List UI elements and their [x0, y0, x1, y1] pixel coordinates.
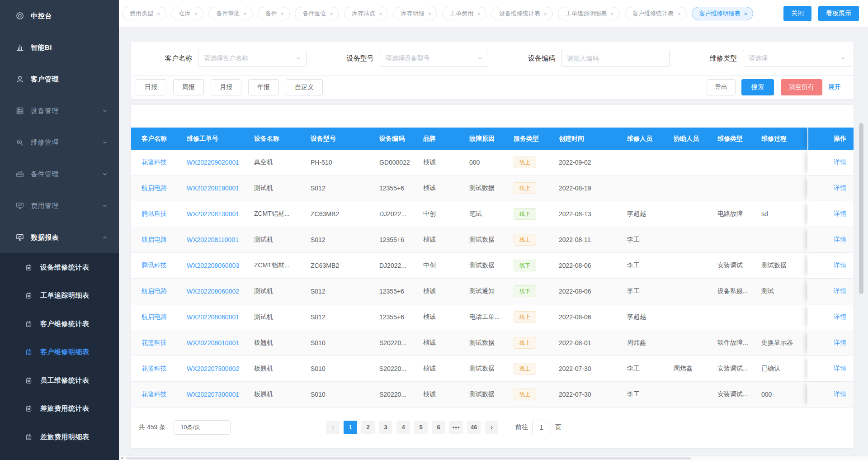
- customer-link[interactable]: 腾讯科技: [142, 210, 167, 218]
- horizontal-scrollbar-thumb[interactable]: [126, 457, 691, 460]
- tab-备件返仓[interactable]: 备件返仓×: [295, 7, 339, 20]
- customer-link[interactable]: 花篮科技: [142, 365, 167, 373]
- sidebar-item-中控台[interactable]: 中控台: [0, 0, 119, 32]
- sidebar-subitem-员工维修统计表[interactable]: 员工维修统计表: [0, 366, 119, 395]
- sidebar-subitem-差旅费用统计表[interactable]: 差旅费用统计表: [0, 395, 119, 423]
- close-tab-icon[interactable]: ×: [194, 10, 198, 17]
- next-page-button[interactable]: [485, 421, 498, 434]
- close-tab-icon[interactable]: ×: [677, 10, 681, 17]
- order-link[interactable]: WX202208060001: [187, 313, 239, 321]
- filter-select-维修类型[interactable]: 请选择: [743, 50, 851, 67]
- tab-备件[interactable]: 备件×: [258, 7, 290, 20]
- page-size-select[interactable]: 10条/页: [174, 420, 231, 435]
- filter-select-客户名称[interactable]: 请选择客户名称: [198, 50, 307, 67]
- report-button-年报[interactable]: 年报: [248, 79, 279, 95]
- tab-备件审批[interactable]: 备件审批×: [208, 7, 253, 20]
- page-button-4[interactable]: 4: [396, 421, 410, 434]
- customer-link[interactable]: 腾讯科技: [142, 261, 167, 270]
- filter-input-设备编码[interactable]: [561, 50, 670, 67]
- order-link[interactable]: WX202209020001: [187, 159, 239, 166]
- expand-toggle[interactable]: 展开: [828, 83, 849, 91]
- tab-客户维修统计表[interactable]: 客户维修统计表×: [625, 7, 687, 20]
- order-link[interactable]: WX202208110001: [187, 236, 239, 243]
- prev-page-button[interactable]: [326, 421, 340, 434]
- board-display-button[interactable]: 看板展示: [818, 6, 859, 21]
- close-tab-icon[interactable]: ×: [428, 10, 432, 17]
- page-ellipsis[interactable]: •••: [449, 421, 463, 434]
- order-link[interactable]: WX202208010001: [187, 339, 239, 346]
- report-button-周报[interactable]: 周报: [173, 79, 204, 95]
- detail-link[interactable]: 详情: [834, 236, 846, 244]
- detail-link[interactable]: 详情: [834, 365, 846, 373]
- page-button-6[interactable]: 6: [432, 421, 445, 434]
- sidebar-item-维修管理[interactable]: 维修管理: [0, 127, 119, 158]
- export-button[interactable]: 导出: [707, 79, 736, 95]
- vertical-scrollbar-thumb[interactable]: [859, 123, 863, 294]
- close-tab-icon[interactable]: ×: [544, 10, 547, 17]
- close-tab-icon[interactable]: ×: [330, 10, 333, 17]
- close-tab-icon[interactable]: ×: [157, 10, 160, 17]
- filter-select-设备型号[interactable]: 请选择设备型号: [380, 50, 488, 67]
- sidebar-subitem-差旅费用明细表[interactable]: 差旅费用明细表: [0, 423, 119, 451]
- detail-link[interactable]: 详情: [834, 287, 846, 295]
- sidebar-item-备件管理[interactable]: 备件管理: [0, 158, 119, 190]
- horizontal-scrollbar[interactable]: ◂: [119, 455, 868, 460]
- order-link[interactable]: WX202208060003: [187, 262, 239, 269]
- clear-all-button[interactable]: 清空所有: [781, 79, 822, 95]
- detail-link[interactable]: 详情: [834, 261, 846, 270]
- tab-设备维修统计表[interactable]: 设备维修统计表×: [491, 7, 553, 20]
- close-tab-icon[interactable]: ×: [281, 10, 284, 17]
- customer-link[interactable]: 花篮科技: [142, 158, 167, 166]
- order-link[interactable]: WX202208130001: [187, 210, 239, 218]
- order-link[interactable]: WX202207300002: [187, 365, 239, 372]
- sidebar-item-智能BI[interactable]: 智能BI: [0, 32, 119, 63]
- customer-link[interactable]: 花篮科技: [142, 390, 167, 398]
- close-tab-icon[interactable]: ×: [477, 10, 481, 17]
- scroll-left-arrow-icon[interactable]: ◂: [121, 455, 123, 460]
- sidebar-subitem-设备维修统计表[interactable]: 设备维修统计表: [0, 253, 119, 282]
- tab-工单追踪明细表[interactable]: 工单追踪明细表×: [558, 7, 620, 20]
- close-tab-icon[interactable]: ×: [610, 10, 614, 17]
- sidebar-item-客户管理[interactable]: 客户管理: [0, 63, 119, 95]
- customer-link[interactable]: 花篮科技: [142, 339, 167, 347]
- goto-page-input[interactable]: [532, 421, 551, 434]
- customer-link[interactable]: 航启电路: [142, 313, 167, 321]
- sidebar-item-数据报表[interactable]: 数据报表: [0, 222, 119, 253]
- detail-link[interactable]: 详情: [834, 313, 846, 321]
- detail-link[interactable]: 详情: [834, 158, 846, 166]
- tab-仓库[interactable]: 仓库×: [171, 7, 204, 20]
- detail-link[interactable]: 详情: [834, 339, 846, 347]
- detail-link[interactable]: 详情: [834, 184, 846, 192]
- order-link[interactable]: WX202207300001: [187, 391, 239, 398]
- order-link[interactable]: WX202208190001: [187, 185, 239, 192]
- sidebar-subitem-客户维修明细表[interactable]: 客户维修明细表: [0, 338, 119, 367]
- report-button-自定义[interactable]: 自定义: [286, 79, 323, 95]
- sidebar-item-费用管理[interactable]: 费用管理: [0, 190, 119, 222]
- page-button-2[interactable]: 2: [361, 421, 375, 434]
- detail-link[interactable]: 详情: [834, 390, 846, 398]
- detail-link[interactable]: 详情: [834, 210, 846, 218]
- customer-link[interactable]: 航启电路: [142, 184, 167, 192]
- report-button-月报[interactable]: 月报: [211, 79, 241, 95]
- tab-工单费用[interactable]: 工单费用×: [442, 7, 486, 20]
- close-tab-icon[interactable]: ×: [243, 10, 247, 17]
- close-tab-icon[interactable]: ×: [379, 10, 382, 17]
- close-tab-icon[interactable]: ×: [744, 10, 748, 17]
- page-button-5[interactable]: 5: [414, 421, 428, 434]
- customer-link[interactable]: 航启电路: [142, 287, 167, 295]
- tab-客户维修明细表[interactable]: 客户维修明细表×: [692, 7, 754, 20]
- page-button-1[interactable]: 1: [344, 421, 357, 434]
- page-button-46[interactable]: 46: [467, 421, 481, 434]
- order-link[interactable]: WX202208060002: [187, 288, 239, 295]
- sidebar-subitem-工单追踪明细表[interactable]: 工单追踪明细表: [0, 282, 119, 310]
- report-button-日报[interactable]: 日报: [136, 79, 166, 95]
- sidebar-item-设备管理[interactable]: 设备管理: [0, 95, 119, 127]
- customer-link[interactable]: 航启电路: [142, 236, 167, 244]
- tab-库存明细[interactable]: 库存明细×: [393, 7, 438, 20]
- tab-库存清点[interactable]: 库存清点×: [344, 7, 388, 20]
- close-button[interactable]: 关闭: [783, 6, 811, 21]
- search-button[interactable]: 搜索: [741, 79, 774, 95]
- page-button-3[interactable]: 3: [379, 421, 392, 434]
- sidebar-subitem-客户维修统计表[interactable]: 客户维修统计表: [0, 310, 119, 338]
- tab-费用类型[interactable]: 费用类型×: [122, 7, 166, 20]
